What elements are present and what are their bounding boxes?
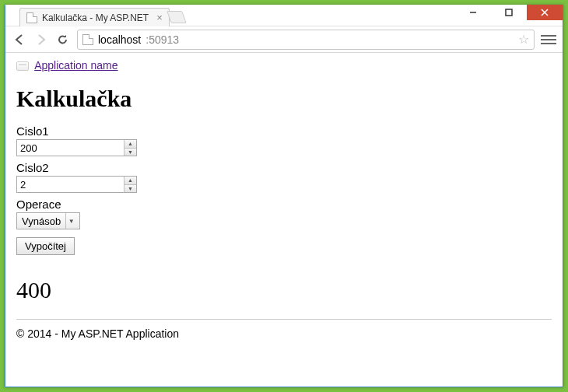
browser-toolbar: localhost:50913 ☆ — [5, 26, 563, 53]
page-title: Kalkulačka — [16, 86, 552, 112]
reload-button[interactable] — [55, 32, 71, 47]
tab-title: Kalkulačka - My ASP.NET — [42, 12, 149, 23]
spinner-down-icon[interactable]: ▼ — [124, 185, 136, 193]
divider — [16, 319, 552, 320]
operace-selected: Vynásob — [22, 215, 61, 227]
result-value: 400 — [16, 277, 552, 303]
footer-text: © 2014 - My ASP.NET Application — [16, 327, 552, 340]
nav-toggle-icon[interactable] — [16, 61, 29, 71]
cislo1-value[interactable]: 200 — [17, 140, 124, 156]
forward-button[interactable] — [33, 32, 49, 47]
cislo1-input[interactable]: 200 ▲ ▼ — [16, 139, 137, 156]
url-path: :50913 — [146, 33, 179, 46]
page-icon — [26, 12, 37, 23]
submit-button[interactable]: Vypočítej — [16, 237, 75, 255]
cislo1-spinner[interactable]: ▲ ▼ — [124, 140, 136, 156]
url-host: localhost — [98, 33, 141, 46]
minimize-button[interactable] — [455, 5, 491, 20]
back-button[interactable] — [12, 32, 27, 47]
operace-select[interactable]: Vynásob ▼ — [16, 212, 80, 229]
page-content: Application name Kalkulačka Cislo1 200 ▲… — [5, 53, 563, 387]
spinner-down-icon[interactable]: ▼ — [124, 149, 136, 156]
page-icon — [82, 34, 93, 45]
spinner-up-icon[interactable]: ▲ — [124, 140, 136, 149]
cislo2-label: Cislo2 — [16, 161, 552, 174]
address-bar[interactable]: localhost:50913 ☆ — [77, 30, 535, 50]
close-tab-icon[interactable]: × — [156, 12, 163, 23]
cislo2-spinner[interactable]: ▲ ▼ — [124, 177, 136, 192]
cislo2-input[interactable]: 2 ▲ ▼ — [16, 176, 137, 193]
app-name-link[interactable]: Application name — [34, 59, 117, 72]
menu-button[interactable] — [541, 32, 556, 47]
bookmark-icon[interactable]: ☆ — [518, 32, 529, 47]
svg-rect-1 — [506, 9, 512, 16]
spinner-up-icon[interactable]: ▲ — [124, 177, 136, 185]
browser-window: Kalkulačka - My ASP.NET × — [5, 5, 563, 387]
new-tab-button[interactable] — [167, 11, 187, 23]
titlebar: Kalkulačka - My ASP.NET × — [5, 5, 563, 26]
chevron-down-icon: ▼ — [65, 213, 76, 229]
maximize-button[interactable] — [491, 5, 527, 20]
operace-label: Operace — [16, 198, 552, 211]
cislo1-label: Cislo1 — [16, 124, 552, 138]
close-window-button[interactable] — [527, 5, 563, 20]
cislo2-value[interactable]: 2 — [17, 177, 124, 192]
browser-tab[interactable]: Kalkulačka - My ASP.NET × — [19, 8, 170, 26]
